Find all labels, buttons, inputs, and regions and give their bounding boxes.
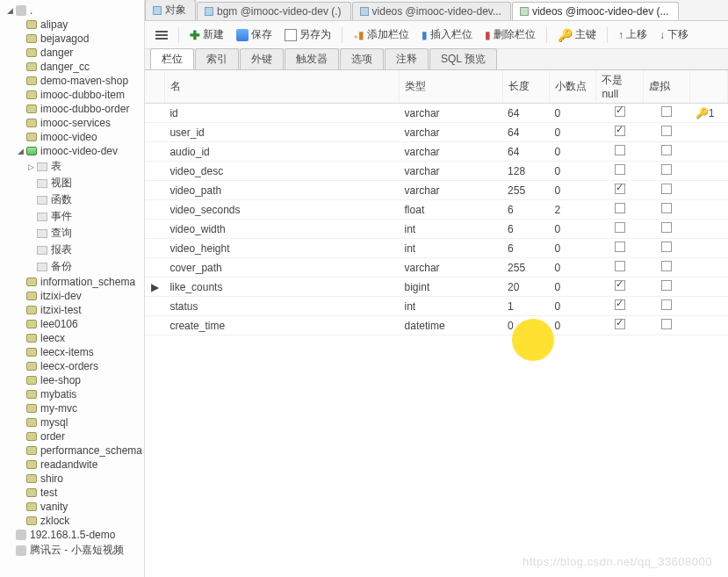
header-length[interactable]: 长度 [502, 70, 549, 104]
sub-tab[interactable]: 触发器 [285, 48, 339, 69]
checkbox-icon[interactable] [661, 299, 672, 310]
table-row[interactable]: idvarchar640🔑1 [145, 104, 728, 123]
header-type[interactable]: 类型 [400, 70, 503, 104]
save-button[interactable]: 保存 [233, 25, 276, 44]
cell-length[interactable]: 1 [502, 297, 549, 316]
tree-db[interactable]: test [0, 486, 144, 500]
table-row[interactable]: audio_idvarchar640 [145, 142, 728, 162]
cell-virtual[interactable] [643, 123, 689, 142]
tree-db[interactable]: readandwite [0, 458, 144, 472]
cell-key[interactable] [690, 123, 728, 142]
cell-decimals[interactable]: 0 [549, 297, 595, 316]
header-name[interactable]: 名 [164, 70, 399, 104]
cell-name[interactable]: video_path [164, 181, 399, 200]
tree-db[interactable]: order [0, 429, 144, 444]
cell-notnull[interactable] [596, 104, 643, 123]
table-row[interactable]: statusint10 [145, 297, 728, 316]
cell-length[interactable]: 6 [502, 239, 549, 258]
tree-root[interactable]: ◢ . [0, 4, 144, 18]
checkbox-icon[interactable] [661, 184, 672, 194]
header-virtual[interactable]: 虚拟 [643, 70, 689, 104]
cell-key[interactable] [690, 297, 728, 316]
tree-node[interactable]: 事件 [0, 208, 144, 225]
checkbox-icon[interactable] [661, 145, 672, 155]
cell-length[interactable]: 20 [502, 278, 549, 297]
cell-virtual[interactable] [643, 162, 689, 181]
table-row[interactable]: video_secondsfloat62 [145, 200, 728, 220]
tree-db[interactable]: leecx-items [0, 345, 144, 359]
tree-db[interactable]: shiro [0, 472, 144, 486]
sub-tab[interactable]: 外键 [240, 48, 284, 69]
cell-length[interactable]: 64 [502, 104, 549, 123]
tree-db[interactable]: demo-maven-shop [0, 74, 144, 88]
move-down-button[interactable]: ↓下移 [656, 25, 692, 44]
cell-decimals[interactable]: 0 [549, 278, 595, 297]
cell-notnull[interactable] [596, 162, 643, 181]
tree-node[interactable]: 报表 [0, 242, 144, 258]
cell-name[interactable]: id [164, 104, 399, 123]
cell-notnull[interactable] [596, 239, 643, 258]
tree-db[interactable]: alipay [0, 18, 144, 32]
cell-virtual[interactable] [643, 258, 689, 278]
cell-decimals[interactable]: 0 [549, 142, 595, 162]
checkbox-icon[interactable] [615, 184, 625, 194]
add-column-button[interactable]: ₊▮添加栏位 [350, 25, 413, 44]
cell-virtual[interactable] [643, 200, 689, 220]
cell-virtual[interactable] [643, 316, 689, 335]
checkbox-icon[interactable] [661, 126, 672, 136]
cell-length[interactable]: 6 [502, 200, 549, 220]
cell-type[interactable]: int [400, 239, 503, 258]
cell-key[interactable] [690, 316, 728, 335]
checkbox-icon[interactable] [615, 126, 625, 136]
cell-type[interactable]: varchar [400, 162, 503, 181]
move-up-button[interactable]: ↑上移 [615, 25, 651, 44]
cell-virtual[interactable] [643, 220, 689, 239]
tree-db[interactable]: mysql [0, 415, 144, 429]
cell-type[interactable]: bigint [400, 278, 503, 297]
tree-node[interactable]: 函数 [0, 191, 144, 208]
cell-name[interactable]: video_seconds [164, 200, 399, 220]
cell-notnull[interactable] [596, 123, 643, 142]
cell-decimals[interactable]: 0 [549, 316, 595, 335]
cell-notnull[interactable] [596, 220, 643, 239]
cell-length[interactable]: 64 [502, 142, 549, 162]
sub-tab[interactable]: SQL 预览 [429, 48, 497, 69]
cell-notnull[interactable] [596, 316, 643, 335]
table-row[interactable]: video_widthint60 [145, 220, 728, 239]
cell-decimals[interactable]: 2 [549, 200, 595, 220]
cell-name[interactable]: like_counts [164, 278, 399, 297]
sub-tab[interactable]: 索引 [195, 48, 239, 69]
cell-type[interactable]: int [400, 220, 503, 239]
checkbox-icon[interactable] [615, 319, 625, 329]
primary-key-button[interactable]: 🔑主键 [554, 25, 600, 44]
tree-db[interactable]: lee0106 [0, 317, 144, 331]
cell-virtual[interactable] [643, 181, 689, 200]
checkbox-icon[interactable] [661, 164, 672, 175]
cell-key[interactable] [690, 239, 728, 258]
tree-db[interactable]: danger [0, 46, 144, 60]
cell-length[interactable]: 255 [502, 181, 549, 200]
cell-virtual[interactable] [643, 239, 689, 258]
checkbox-icon[interactable] [615, 203, 625, 213]
cell-key[interactable] [690, 142, 728, 162]
sub-tab[interactable]: 选项 [340, 48, 384, 69]
cell-decimals[interactable]: 0 [549, 220, 595, 239]
cell-key[interactable] [690, 258, 728, 278]
cell-name[interactable]: video_desc [164, 162, 399, 181]
checkbox-icon[interactable] [661, 222, 672, 233]
checkbox-icon[interactable] [661, 319, 672, 329]
cell-notnull[interactable] [596, 181, 643, 200]
checkbox-icon[interactable] [615, 280, 625, 291]
checkbox-icon[interactable] [615, 145, 625, 155]
cell-decimals[interactable]: 0 [549, 104, 595, 123]
cell-type[interactable]: float [400, 200, 503, 220]
cell-key[interactable] [690, 162, 728, 181]
checkbox-icon[interactable] [615, 164, 625, 175]
table-row[interactable]: create_timedatetime00 [145, 316, 728, 335]
tree-node[interactable]: 备份 [0, 258, 144, 275]
tree-node[interactable]: ▷表 [0, 158, 144, 175]
checkbox-icon[interactable] [615, 222, 625, 233]
tree-db[interactable]: leecx-orders [0, 359, 144, 373]
cell-decimals[interactable]: 0 [549, 123, 595, 142]
cell-decimals[interactable]: 0 [549, 181, 595, 200]
